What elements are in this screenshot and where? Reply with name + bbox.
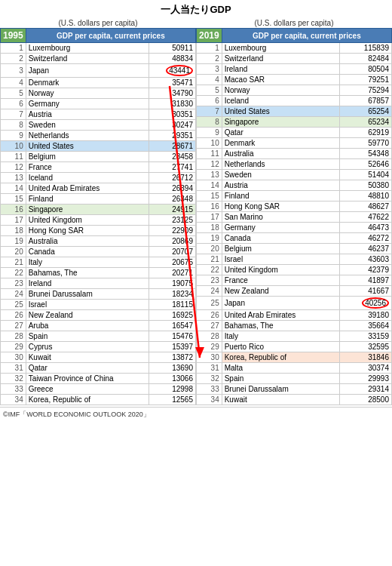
country-cell: Luxembourg [222,43,339,54]
right-table-section: (U.S. dollars per capita) 2019 GDP per c… [196,18,392,405]
table-row: 17United Kingdom23125 [1,215,196,226]
rank-cell: 2 [1,54,26,64]
table-row: 32Spain29993 [197,374,392,384]
country-cell: Denmark [26,78,149,88]
value-cell: 46473 [339,223,391,233]
value-cell: 47622 [339,212,391,223]
value-cell: 26712 [149,173,196,183]
table-row: 29Puerto Rico32595 [197,342,392,352]
table-row: 20Canada20707 [1,247,196,257]
value-cell: 20271 [149,268,196,278]
rank-cell: 22 [197,265,222,275]
left-table: 1995 GDP per capita, current prices 1Lux… [0,28,196,405]
value-cell: 59770 [339,138,391,149]
value-cell: 26348 [149,194,196,205]
value-cell: 82484 [339,54,391,64]
country-cell: Belgium [222,244,339,254]
value-cell: 30247 [149,120,196,131]
value-cell: 30351 [149,109,196,120]
value-cell: 13690 [149,363,196,374]
rank-cell: 30 [1,352,26,363]
country-cell: Denmark [222,138,339,149]
rank-cell: 16 [197,201,222,212]
country-cell: United Kingdom [222,265,339,275]
country-cell: United States [26,141,149,152]
table-row: 7Austria30351 [1,109,196,120]
rank-cell: 28 [197,331,222,342]
country-cell: Brunei Darussalam [222,384,339,395]
value-cell: 13066 [149,374,196,384]
value-cell: 27741 [149,162,196,173]
country-cell: Austria [26,109,149,120]
value-cell: 28671 [149,141,196,152]
value-cell: 48627 [339,201,391,212]
table-row: 19Canada46272 [197,233,392,244]
rank-cell: 13 [197,170,222,180]
rank-cell: 6 [197,96,222,106]
value-cell: 43441 [149,64,196,78]
table-row: 6Iceland67857 [197,96,392,106]
table-row: 17San Marino47622 [197,212,392,223]
table-row: 5Norway75294 [197,85,392,96]
rank-cell: 29 [197,342,222,352]
country-cell: United States [222,106,339,117]
table-row: 14Austria50380 [197,180,392,191]
left-year-header: 1995 [1,29,26,43]
rank-cell: 21 [1,257,26,268]
table-row: 33Greece12998 [1,384,196,395]
rank-cell: 4 [197,75,222,85]
country-cell: Aruba [26,321,149,331]
value-cell: 12998 [149,384,196,395]
country-cell: Iceland [222,96,339,106]
rank-cell: 21 [197,254,222,265]
rank-cell: 12 [1,162,26,173]
table-row: 25Israel18115 [1,300,196,310]
rank-cell: 14 [1,183,26,194]
country-cell: Italy [26,257,149,268]
value-cell: 43603 [339,254,391,265]
value-cell: 15397 [149,342,196,352]
rank-cell: 1 [197,43,222,54]
country-cell: Qatar [26,363,149,374]
value-cell: 30374 [339,363,391,374]
table-row: 28Italy33159 [197,331,392,342]
table-row: 18Germany46473 [197,223,392,233]
country-cell: Taiwan Province of China [26,374,149,384]
rank-cell: 22 [1,268,26,278]
value-cell: 46272 [339,233,391,244]
table-row: 5Norway34790 [1,88,196,99]
rank-cell: 20 [1,247,26,257]
country-cell: Norway [26,88,149,99]
value-cell: 31846 [339,352,391,363]
rank-cell: 7 [1,109,26,120]
table-row: 34Korea, Republic of12565 [1,395,196,405]
right-gdp-header: GDP per capita, current prices [222,29,391,43]
country-cell: Canada [26,247,149,257]
country-cell: Spain [26,331,149,342]
rank-cell: 34 [197,395,222,405]
right-col-label: (U.S. dollars per capita) [196,18,392,28]
value-cell: 18115 [149,300,196,310]
value-cell: 54348 [339,149,391,159]
table-row: 2Switzerland48834 [1,54,196,64]
country-cell: Finland [222,191,339,201]
rank-cell: 9 [1,131,26,141]
country-cell: Kuwait [26,352,149,363]
country-cell: Korea, Republic of [26,395,149,405]
country-cell: Sweden [26,120,149,131]
country-cell: Switzerland [26,54,149,64]
value-cell: 67857 [339,96,391,106]
table-row: 31Qatar13690 [1,363,196,374]
value-cell: 65254 [339,106,391,117]
country-cell: New Zealand [26,310,149,321]
right-table: 2019 GDP per capita, current prices 1Lux… [196,28,392,405]
rank-cell: 1 [1,43,26,54]
country-cell: Israel [222,254,339,265]
table-row: 12Netherlands52646 [197,159,392,170]
value-cell: 32595 [339,342,391,352]
table-row: 3Ireland80504 [197,64,392,75]
value-cell: 65234 [339,117,391,128]
rank-cell: 24 [197,286,222,297]
table-row: 33Brunei Darussalam29314 [197,384,392,395]
value-cell: 20707 [149,247,196,257]
